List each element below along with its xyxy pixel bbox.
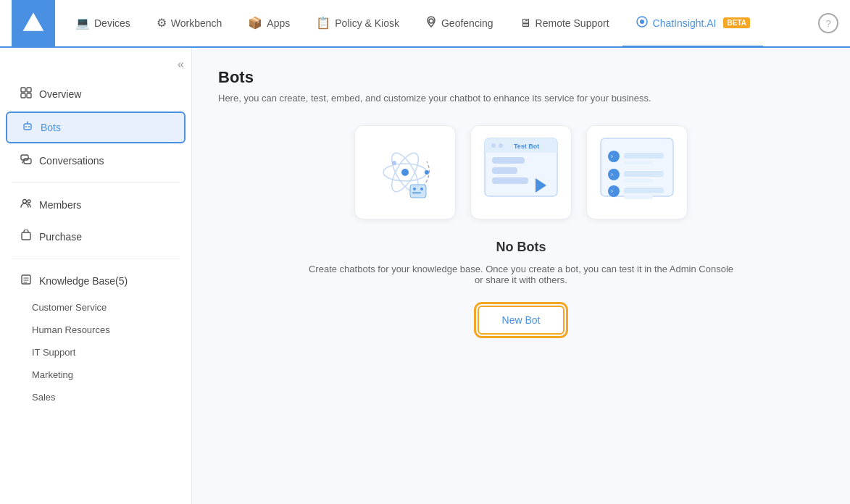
members-icon: [20, 198, 32, 212]
svg-marker-0: [23, 13, 44, 31]
svg-point-23: [392, 161, 396, 165]
sidebar-item-overview[interactable]: Overview: [6, 80, 186, 109]
sidebar-collapse-area: «: [0, 55, 191, 78]
illustration-card-center: Test Bot: [470, 125, 572, 219]
sidebar-item-bots[interactable]: Bots: [6, 112, 186, 143]
no-bots-title: No Bots: [496, 240, 546, 255]
collapse-button[interactable]: «: [178, 58, 184, 71]
knowledge-base-icon: [20, 274, 32, 287]
svg-rect-41: [624, 153, 664, 159]
svg-point-39: [608, 151, 620, 162]
no-bots-description: Create chatbots for your knowledge base.…: [304, 264, 738, 285]
new-bot-button[interactable]: New Bot: [478, 306, 565, 335]
illustration-card-left: [354, 125, 456, 219]
nav-right: ?: [818, 13, 838, 33]
top-navigation: 💻 Devices ⚙ Workbench 📦 Apps 📋 Policy & …: [0, 0, 850, 48]
bots-icon: [22, 120, 33, 135]
logo[interactable]: [12, 0, 55, 47]
page-title: Bots: [218, 68, 824, 87]
sidebar-item-conversations[interactable]: Conversations: [6, 146, 186, 175]
illustration-card-right: › › ›: [586, 125, 688, 219]
svg-rect-35: [492, 167, 517, 174]
nav-item-geofencing[interactable]: Geofencing: [412, 0, 507, 48]
sidebar-sub-item-human-resources[interactable]: Human Resources: [6, 319, 186, 340]
devices-icon: 💻: [75, 16, 90, 30]
sidebar-sub-item-it-support[interactable]: IT Support: [6, 342, 186, 363]
svg-rect-49: [624, 188, 664, 193]
svg-point-25: [413, 188, 416, 190]
svg-point-15: [28, 200, 30, 203]
svg-point-21: [401, 169, 409, 176]
main-content: Bots Here, you can create, test, embed, …: [192, 48, 850, 504]
svg-point-10: [28, 126, 30, 127]
svg-rect-5: [27, 88, 31, 92]
svg-point-22: [425, 170, 429, 175]
sidebar-divider-1: [12, 182, 180, 183]
sidebar-item-knowledge-base[interactable]: Knowledge Base(5): [6, 266, 186, 295]
svg-point-9: [25, 126, 27, 127]
svg-rect-46: [624, 179, 653, 182]
geofencing-icon: [425, 16, 437, 30]
policy-icon: 📋: [316, 16, 330, 30]
svg-rect-27: [412, 192, 421, 194]
nav-item-devices[interactable]: 💻 Devices: [62, 0, 143, 48]
nav-item-remote-support[interactable]: 🖥 Remote Support: [507, 0, 622, 48]
svg-point-3: [640, 20, 644, 24]
svg-rect-8: [24, 124, 31, 130]
svg-point-47: [608, 185, 620, 197]
help-button[interactable]: ?: [818, 13, 838, 33]
svg-rect-6: [21, 93, 25, 98]
svg-text:›: ›: [611, 153, 613, 160]
svg-rect-24: [410, 185, 426, 198]
beta-badge: BETA: [723, 17, 749, 28]
svg-point-43: [608, 169, 620, 180]
svg-rect-45: [624, 171, 664, 177]
page-description: Here, you can create, test, embed, and c…: [218, 93, 824, 104]
svg-rect-7: [27, 93, 31, 98]
sidebar: « Overview Bots Conversations Memb: [0, 48, 192, 504]
overview-icon: [20, 87, 32, 101]
sidebar-item-members[interactable]: Members: [6, 190, 186, 219]
svg-point-32: [499, 143, 503, 148]
svg-rect-16: [22, 232, 30, 240]
svg-rect-50: [624, 196, 653, 199]
sidebar-divider-2: [12, 259, 180, 259]
svg-point-11: [27, 122, 28, 123]
nav-item-apps[interactable]: 📦 Apps: [235, 0, 303, 48]
main-layout: « Overview Bots Conversations Memb: [0, 48, 850, 504]
nav-item-policy-kiosk[interactable]: 📋 Policy & Kiosk: [303, 0, 412, 48]
apps-icon: 📦: [248, 16, 262, 30]
svg-point-14: [23, 200, 27, 203]
nav-item-workbench[interactable]: ⚙ Workbench: [143, 0, 236, 48]
svg-point-31: [491, 143, 496, 148]
workbench-icon: ⚙: [157, 16, 167, 30]
conversations-icon: [20, 154, 32, 168]
sidebar-sub-item-customer-service[interactable]: Customer Service: [6, 297, 186, 318]
svg-rect-36: [492, 177, 528, 184]
sidebar-sub-item-marketing[interactable]: Marketing: [6, 364, 186, 385]
sidebar-item-purchase[interactable]: Purchase: [6, 222, 186, 251]
purchase-icon: [20, 230, 32, 244]
nav-item-chatinsight[interactable]: ChatInsight.AI BETA: [622, 0, 763, 48]
svg-rect-34: [492, 157, 525, 164]
svg-text:Test Bot: Test Bot: [514, 143, 539, 150]
svg-rect-4: [21, 88, 25, 92]
svg-point-1: [429, 19, 433, 23]
svg-rect-42: [624, 161, 653, 164]
empty-state: Test Bot: [218, 125, 824, 335]
svg-text:›: ›: [611, 171, 613, 178]
sidebar-sub-item-sales[interactable]: Sales: [6, 387, 186, 408]
svg-point-26: [420, 188, 423, 190]
chatinsight-icon: [636, 15, 649, 31]
svg-text:›: ›: [611, 188, 613, 195]
bot-illustrations: Test Bot: [354, 125, 688, 219]
remote-support-icon: 🖥: [520, 17, 531, 30]
